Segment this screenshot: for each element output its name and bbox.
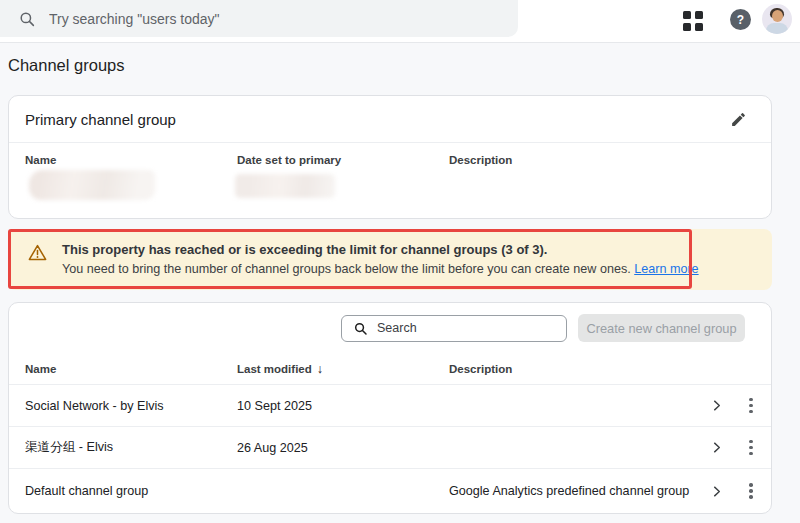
sort-descending-icon: ↓ <box>317 362 323 376</box>
list-search-input[interactable] <box>377 321 537 335</box>
question-mark-icon: ? <box>737 13 744 27</box>
chevron-right-icon[interactable] <box>709 484 724 499</box>
table-row[interactable]: Social Network - by Elvis 10 Sept 2025 <box>9 385 771 427</box>
search-icon <box>18 10 36 28</box>
learn-more-link[interactable]: Learn more <box>634 262 698 276</box>
table-row[interactable]: 渠道分组 - Elvis 26 Aug 2025 <box>9 427 771 469</box>
avatar[interactable] <box>762 4 792 34</box>
column-description: Description <box>449 363 771 375</box>
chevron-right-icon[interactable] <box>709 398 724 413</box>
redacted-date-value <box>235 174 335 198</box>
list-table-header: Name Last modified↓ Description <box>9 353 771 385</box>
channel-groups-list-card: Create new channel group Name Last modif… <box>8 302 772 514</box>
create-new-channel-group-button[interactable]: Create new channel group <box>578 314 745 342</box>
row-last-modified: 26 Aug 2025 <box>237 441 449 455</box>
row-name: Social Network - by Elvis <box>25 399 237 413</box>
more-options-icon[interactable] <box>741 438 761 458</box>
more-options-icon[interactable] <box>741 396 761 416</box>
global-search-bar[interactable] <box>0 0 518 37</box>
column-name: Name <box>25 363 237 375</box>
search-icon <box>353 321 368 336</box>
primary-card-title: Primary channel group <box>25 111 176 128</box>
limit-warning-banner: This property has reached or is exceedin… <box>8 229 772 290</box>
primary-card-header: Primary channel group <box>9 96 771 143</box>
row-name: Default channel group <box>25 484 237 498</box>
column-name: Name <box>25 154 237 166</box>
row-description: Google Analytics predefined channel grou… <box>449 482 701 500</box>
column-date-set-to-primary: Date set to primary <box>237 154 449 166</box>
column-description: Description <box>449 154 771 166</box>
list-search-box[interactable] <box>341 315 567 342</box>
channel-groups-page: ? Channel groups Primary channel group N… <box>0 0 800 523</box>
row-last-modified: 10 Sept 2025 <box>237 399 449 413</box>
primary-table-header: Name Date set to primary Description <box>9 154 771 166</box>
more-options-icon[interactable] <box>741 481 761 501</box>
global-search-input[interactable] <box>49 11 469 27</box>
list-toolbar: Create new channel group <box>9 303 771 353</box>
edit-button[interactable] <box>727 108 749 130</box>
redacted-name-value <box>29 170 155 200</box>
table-row[interactable]: Default channel group Google Analytics p… <box>9 469 771 513</box>
column-last-modified[interactable]: Last modified↓ <box>237 362 449 376</box>
apps-grid-icon[interactable] <box>683 11 703 31</box>
help-button[interactable]: ? <box>730 9 751 30</box>
top-app-bar: ? <box>0 0 800 43</box>
pencil-icon <box>730 111 747 128</box>
warning-text-block: This property has reached or is exceedin… <box>62 240 699 279</box>
primary-channel-group-card: Primary channel group Name Date set to p… <box>8 95 772 219</box>
page-title: Channel groups <box>8 56 125 75</box>
warning-triangle-icon <box>28 244 47 261</box>
row-name: 渠道分组 - Elvis <box>25 439 237 456</box>
chevron-right-icon[interactable] <box>709 440 724 455</box>
warning-body: You need to bring the number of channel … <box>62 259 699 279</box>
warning-title: This property has reached or is exceedin… <box>62 240 699 259</box>
